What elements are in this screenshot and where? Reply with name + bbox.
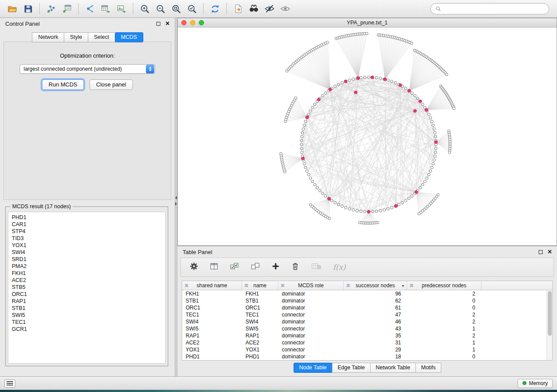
window-minimize-icon[interactable] — [190, 20, 195, 25]
chevron-down-icon[interactable]: ▾ — [402, 283, 404, 288]
find-button[interactable] — [246, 2, 262, 16]
mcds-result-item[interactable]: CAR1 — [12, 221, 162, 228]
save-session-button[interactable] — [20, 2, 36, 16]
window-maximize-icon[interactable] — [199, 20, 204, 25]
open-file-button[interactable] — [4, 2, 20, 16]
table-row[interactable]: SWI5SWI5connector431 — [182, 325, 552, 332]
function-builder-button[interactable]: f(x) — [333, 263, 346, 272]
mcds-result-item[interactable]: YOX1 — [12, 242, 162, 249]
mcds-result-item[interactable]: PHD1 — [12, 214, 162, 221]
export-image-button[interactable] — [114, 2, 129, 16]
mcds-result-item[interactable]: STB5 — [12, 284, 162, 291]
hide-selected-button[interactable] — [262, 2, 277, 16]
table-row[interactable]: STB1STB1dominator620 — [182, 297, 552, 304]
mcds-result-item[interactable]: GCR1 — [12, 326, 162, 333]
deselect-all-button[interactable] — [251, 262, 260, 272]
column-header-name[interactable]: name — [242, 281, 278, 290]
tab-node-table[interactable]: Node Table — [294, 363, 332, 373]
delete-table-button[interactable] — [311, 262, 322, 272]
mcds-result-item[interactable]: TID3 — [12, 235, 162, 242]
table-row[interactable]: FKH1FKH1dominator962 — [182, 290, 552, 297]
mcds-result-item[interactable]: RAP1 — [12, 298, 162, 305]
column-menu-icon[interactable] — [184, 283, 189, 288]
mcds-result-item[interactable]: FKH1 — [12, 270, 162, 277]
table-row[interactable]: ORC1ORC1dominator610 — [182, 304, 552, 311]
apply-layout-button[interactable] — [207, 2, 223, 16]
create-column-button[interactable] — [272, 262, 280, 272]
tab-edge-table[interactable]: Edge Table — [332, 363, 370, 373]
scrollbar-thumb[interactable] — [548, 291, 552, 336]
main-toolbar — [0, 0, 557, 18]
column-menu-icon[interactable] — [244, 283, 249, 288]
table-row[interactable]: RAP1RAP1dominator352 — [182, 332, 552, 339]
table-row[interactable]: TEC1TEC1connector472 — [182, 311, 552, 318]
close-panel-button[interactable]: Close panel — [90, 79, 133, 90]
import-network-button[interactable] — [43, 2, 59, 16]
table-row[interactable]: YOX1YOX1connector291 — [182, 346, 552, 353]
column-header-predecessor-nodes[interactable]: predecessor nodes — [407, 281, 481, 290]
cell-shared-name: RAP1 — [182, 333, 242, 339]
zoom-selected-button[interactable] — [184, 2, 200, 16]
column-menu-icon[interactable] — [409, 283, 414, 288]
mcds-result-item[interactable]: SRD1 — [12, 256, 162, 263]
close-panel-icon[interactable]: × — [548, 249, 552, 254]
column-header-shared-name[interactable]: shared name — [182, 281, 242, 290]
search-field[interactable] — [430, 3, 549, 14]
table-row[interactable]: ACE2ACE2connector311 — [182, 339, 552, 346]
export-network-button[interactable] — [82, 2, 98, 16]
mcds-result-item[interactable]: SWI5 — [12, 312, 162, 319]
close-panel-icon[interactable]: × — [166, 21, 170, 26]
table-row[interactable]: PHD1PHD1dominator180 — [182, 353, 552, 360]
mcds-result-item[interactable]: ACE2 — [12, 277, 162, 284]
show-column-button[interactable] — [210, 262, 218, 272]
zoom-out-button[interactable] — [152, 2, 168, 16]
table-scrollbar[interactable] — [547, 290, 552, 360]
tab-network[interactable]: Network — [32, 32, 64, 42]
tab-select[interactable]: Select — [88, 32, 115, 42]
collapse-left-icon[interactable] — [175, 196, 177, 199]
zoom-in-button[interactable] — [137, 2, 152, 16]
cell-shared-name: SWI4 — [182, 319, 242, 325]
import-table-button[interactable] — [59, 2, 75, 16]
run-mcds-button[interactable]: Run MCDS — [42, 79, 84, 90]
cell-predecessor-nodes: 2 — [407, 312, 481, 318]
window-close-icon[interactable] — [181, 20, 187, 25]
tab-style[interactable]: Style — [64, 32, 88, 42]
float-panel-icon[interactable] — [539, 250, 543, 254]
mcds-result-item[interactable]: PMA2 — [12, 263, 162, 270]
zoom-fit-button[interactable] — [168, 2, 184, 16]
float-panel-icon[interactable] — [156, 22, 160, 26]
cell-shared-name: PHD1 — [182, 354, 242, 360]
mcds-result-item[interactable]: SWI4 — [12, 249, 162, 256]
toolbar-separator — [78, 3, 79, 14]
tab-mcds[interactable]: MCDS — [115, 32, 143, 42]
criterion-select[interactable]: largest connected component (undirected) — [20, 64, 155, 74]
mcds-result-item[interactable]: TEC1 — [12, 319, 162, 326]
memory-button[interactable]: Memory — [518, 379, 553, 388]
clone-network-button[interactable] — [230, 2, 246, 16]
column-header-MCDS-role[interactable]: MCDS role — [278, 281, 344, 290]
cell-MCDS-role: connector — [278, 312, 344, 318]
show-hidden-button[interactable] — [277, 2, 293, 16]
mcds-result-item[interactable]: STP4 — [12, 228, 162, 235]
column-header-successor-nodes[interactable]: successor nodes▾ — [344, 281, 407, 290]
tab-motifs[interactable]: Motifs — [415, 363, 441, 373]
plus-icon — [272, 262, 280, 270]
mcds-result-item[interactable]: STB1 — [12, 305, 162, 312]
table-row[interactable]: SWI4SWI4dominator462 — [182, 318, 552, 325]
tab-network-table[interactable]: Network Table — [370, 363, 416, 373]
search-input[interactable] — [444, 6, 544, 12]
mcds-result-item[interactable]: ORC1 — [12, 291, 162, 298]
panel-menu-button[interactable] — [4, 379, 15, 388]
column-menu-icon[interactable] — [346, 283, 350, 288]
delete-column-button[interactable] — [291, 262, 300, 272]
export-table-button[interactable] — [98, 2, 114, 16]
select-all-button[interactable] — [230, 262, 239, 272]
table-settings-button[interactable] — [190, 262, 198, 272]
column-menu-icon[interactable] — [280, 283, 285, 288]
network-canvas[interactable] — [178, 28, 557, 245]
network-window-titlebar[interactable]: YPA_prune.txt_1 — [178, 18, 557, 28]
mcds-result-list[interactable]: PHD1CAR1STP4TID3YOX1SWI4SRD1PMA2FKH1ACE2… — [8, 212, 166, 364]
collapse-right-icon[interactable] — [175, 202, 177, 206]
export-network-icon — [85, 3, 95, 14]
